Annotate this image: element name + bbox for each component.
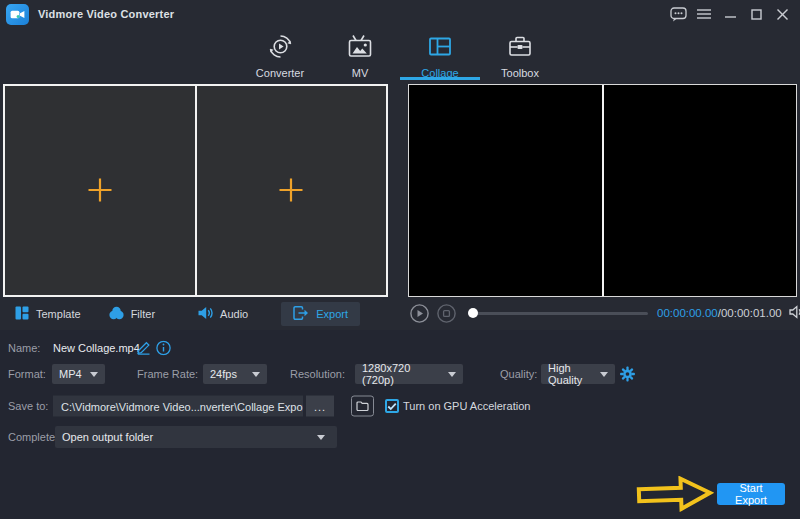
- tab-mv[interactable]: MV: [320, 28, 400, 84]
- complete-dropdown[interactable]: Open output folder: [55, 426, 337, 448]
- tab-export-label: Export: [316, 308, 348, 320]
- frame-rate-label: Frame Rate:: [137, 368, 198, 380]
- browse-button[interactable]: ...: [306, 396, 334, 417]
- seek-thumb[interactable]: [468, 308, 478, 318]
- tab-export[interactable]: Export: [281, 302, 360, 326]
- editor-tabbar: Template Filter Audio Export: [0, 301, 395, 326]
- main-nav: Converter MV Collage Toolbox: [0, 28, 800, 84]
- tab-filter[interactable]: Filter: [101, 302, 163, 326]
- tab-template-label: Template: [36, 308, 81, 320]
- app-title: Vidmore Video Converter: [38, 8, 174, 20]
- annotation-arrow: [635, 475, 714, 514]
- resolution-value: 1280x720 (720p): [362, 362, 442, 386]
- play-button[interactable]: [410, 304, 429, 323]
- collage-slot-2[interactable]: [195, 86, 387, 295]
- video-camera-icon: [10, 8, 25, 21]
- active-tab-indicator: [400, 77, 480, 80]
- time-display: 00:00:00.00/00:00:01.00: [657, 307, 782, 319]
- mv-icon: [347, 34, 373, 61]
- tab-toolbox[interactable]: Toolbox: [480, 28, 560, 84]
- collage-editor: [3, 84, 388, 297]
- chevron-down-icon: [317, 435, 325, 440]
- name-label: Name:: [8, 342, 40, 354]
- checkmark-icon: [387, 402, 397, 411]
- maximize-icon[interactable]: [746, 4, 766, 24]
- save-path-value: C:\Vidmore\Vidmore Video...nverter\Colla…: [61, 400, 303, 412]
- complete-value: Open output folder: [62, 431, 153, 443]
- complete-row: Complete: Open output folder: [0, 426, 800, 448]
- format-value: MP4: [59, 368, 82, 380]
- toolbox-icon: [507, 34, 533, 61]
- tab-toolbox-label: Toolbox: [501, 67, 539, 79]
- preview-slot-1: [409, 85, 602, 296]
- start-export-button[interactable]: Start Export: [717, 483, 785, 505]
- export-icon: [293, 306, 309, 322]
- stop-button[interactable]: [437, 304, 456, 323]
- frame-rate-dropdown[interactable]: 24fps: [203, 364, 267, 384]
- gpu-acceleration-label[interactable]: Turn on GPU Acceleration: [403, 400, 530, 412]
- chevron-down-icon: [600, 372, 608, 377]
- player-bar: 00:00:00.00/00:00:01.00: [402, 300, 798, 326]
- audio-icon: [198, 306, 213, 322]
- tab-template[interactable]: Template: [7, 302, 89, 326]
- chevron-down-icon: [90, 372, 98, 377]
- tab-audio[interactable]: Audio: [190, 302, 256, 326]
- settings-gear-icon[interactable]: [619, 366, 636, 383]
- name-value: New Collage.mp4: [53, 342, 140, 354]
- preview-panel: [408, 84, 797, 297]
- collage-slot-1[interactable]: [5, 86, 195, 295]
- tab-collage[interactable]: Collage: [400, 28, 480, 84]
- tab-audio-label: Audio: [220, 308, 248, 320]
- folder-icon: [356, 401, 369, 412]
- resolution-label: Resolution:: [290, 368, 345, 380]
- close-icon[interactable]: [772, 4, 792, 24]
- chevron-down-icon: [252, 372, 260, 377]
- feedback-icon[interactable]: [668, 4, 688, 24]
- frame-rate-value: 24fps: [210, 368, 237, 380]
- collage-icon: [427, 34, 453, 61]
- window-controls: [668, 4, 800, 24]
- app-window: Vidmore Video Converter Convert: [0, 0, 800, 519]
- save-path-field[interactable]: C:\Vidmore\Vidmore Video...nverter\Colla…: [53, 396, 303, 417]
- template-icon: [15, 306, 29, 322]
- gpu-acceleration-checkbox[interactable]: [385, 399, 399, 413]
- total-time: 00:00:01.00: [721, 307, 782, 319]
- name-row: Name: New Collage.mp4: [0, 337, 800, 359]
- seek-slider[interactable]: [468, 312, 648, 315]
- add-file-button[interactable]: [86, 176, 113, 205]
- open-folder-button[interactable]: [351, 396, 374, 417]
- current-time: 00:00:00.00: [657, 307, 718, 319]
- save-to-label: Save to:: [8, 400, 48, 412]
- info-icon[interactable]: [156, 341, 171, 356]
- converter-icon: [268, 34, 293, 61]
- quality-value: High Quality: [548, 362, 594, 386]
- save-to-row: Save to: C:\Vidmore\Vidmore Video...nver…: [0, 395, 800, 417]
- menu-icon[interactable]: [694, 4, 714, 24]
- browse-label: ...: [314, 400, 326, 412]
- complete-label: Complete:: [8, 431, 58, 443]
- resolution-dropdown[interactable]: 1280x720 (720p): [355, 364, 463, 384]
- preview-slot-2: [602, 85, 797, 296]
- quality-label: Quality:: [500, 368, 537, 380]
- volume-icon[interactable]: [789, 305, 800, 321]
- tab-converter[interactable]: Converter: [240, 28, 320, 84]
- minimize-icon[interactable]: [720, 4, 740, 24]
- tab-filter-label: Filter: [131, 308, 155, 320]
- format-dropdown[interactable]: MP4: [52, 364, 105, 384]
- titlebar: Vidmore Video Converter: [0, 0, 800, 28]
- add-file-button[interactable]: [278, 176, 305, 205]
- format-row: Format: MP4 Frame Rate: 24fps Resolution…: [0, 363, 800, 385]
- rename-icon[interactable]: [136, 341, 151, 356]
- chevron-down-icon: [448, 372, 456, 377]
- tab-mv-label: MV: [352, 67, 369, 79]
- tab-converter-label: Converter: [256, 67, 304, 79]
- quality-dropdown[interactable]: High Quality: [541, 364, 615, 384]
- app-logo: [6, 4, 29, 25]
- export-settings-panel: Name: New Collage.mp4 Format: MP4 Frame …: [0, 330, 800, 519]
- filter-icon: [109, 306, 124, 322]
- format-label: Format:: [8, 368, 46, 380]
